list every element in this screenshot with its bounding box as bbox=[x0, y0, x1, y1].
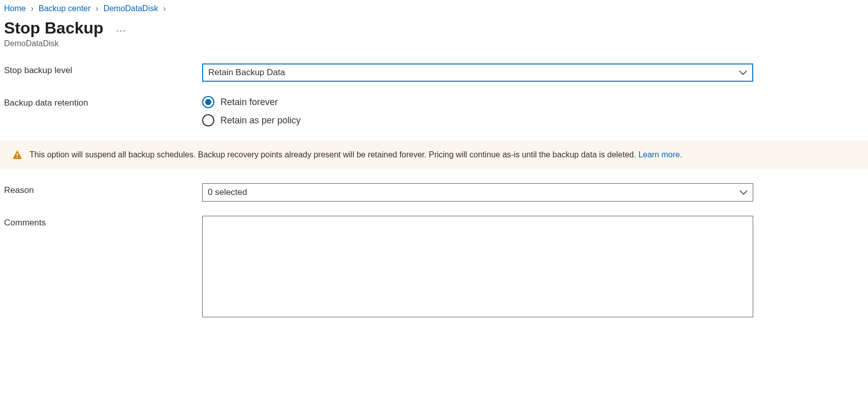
retention-option-forever[interactable]: Retain forever bbox=[202, 96, 753, 108]
more-actions-button[interactable]: ⋯ bbox=[116, 24, 127, 37]
reason-label: Reason bbox=[4, 183, 202, 195]
info-banner: This option will suspend all backup sche… bbox=[0, 141, 868, 169]
breadcrumb: Home › Backup center › DemoDataDisk › bbox=[0, 0, 868, 13]
retention-radio-group: Retain forever Retain as per policy bbox=[202, 96, 753, 126]
chevron-down-icon bbox=[740, 188, 748, 196]
banner-learn-more-link[interactable]: Learn more. bbox=[638, 150, 682, 159]
reason-dropdown[interactable]: 0 selected bbox=[202, 183, 753, 202]
breadcrumb-sep-icon: › bbox=[31, 4, 34, 13]
radio-checked-icon bbox=[202, 96, 214, 108]
breadcrumb-sep-icon: › bbox=[163, 4, 166, 13]
retention-option-forever-label: Retain forever bbox=[220, 97, 278, 108]
breadcrumb-demodatadisk[interactable]: DemoDataDisk bbox=[104, 4, 158, 13]
banner-text: This option will suspend all backup sche… bbox=[29, 150, 682, 159]
reason-value: 0 selected bbox=[208, 187, 247, 197]
backup-data-retention-label: Backup data retention bbox=[4, 96, 202, 108]
svg-rect-1 bbox=[17, 157, 18, 158]
comments-textarea[interactable] bbox=[202, 216, 753, 317]
svg-rect-0 bbox=[17, 153, 18, 156]
page-title: Stop Backup bbox=[4, 19, 104, 37]
radio-unchecked-icon bbox=[202, 114, 214, 126]
comments-label: Comments bbox=[4, 216, 202, 228]
warning-icon bbox=[12, 150, 22, 160]
stop-backup-level-value: Retain Backup Data bbox=[208, 68, 285, 78]
banner-message: This option will suspend all backup sche… bbox=[29, 150, 638, 159]
breadcrumb-home[interactable]: Home bbox=[4, 4, 26, 13]
stop-backup-level-dropdown[interactable]: Retain Backup Data bbox=[202, 63, 753, 82]
retention-option-policy-label: Retain as per policy bbox=[220, 115, 301, 126]
stop-backup-level-label: Stop backup level bbox=[4, 63, 202, 76]
retention-option-policy[interactable]: Retain as per policy bbox=[202, 114, 753, 126]
chevron-down-icon bbox=[739, 69, 747, 77]
breadcrumb-sep-icon: › bbox=[95, 4, 98, 13]
page-subtitle: DemoDataDisk bbox=[0, 37, 868, 48]
breadcrumb-backup-center[interactable]: Backup center bbox=[39, 4, 90, 13]
